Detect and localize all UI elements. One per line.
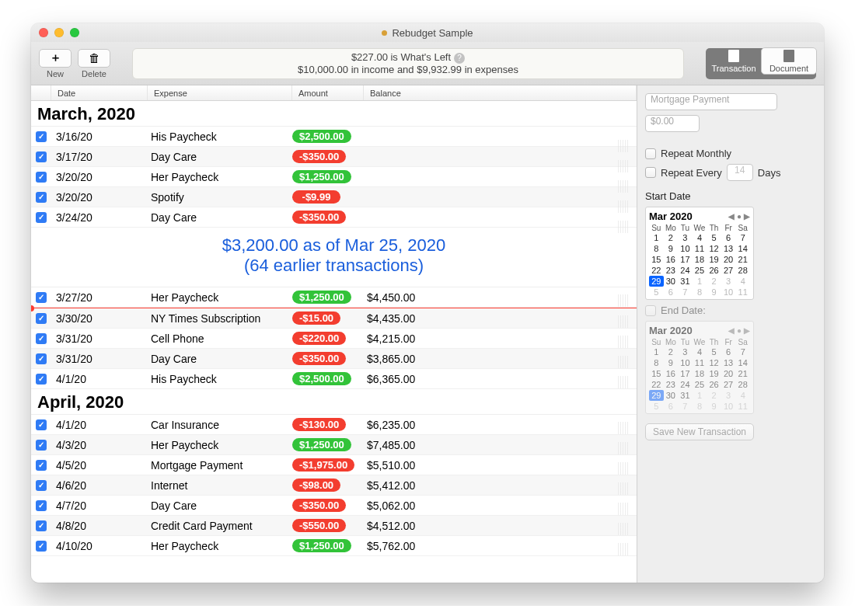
calendar-day[interactable]: 27 <box>721 379 736 390</box>
calendar-day[interactable]: 19 <box>707 368 721 379</box>
cal-prev-icon[interactable]: ◀ <box>728 212 735 221</box>
drag-handle-icon[interactable] <box>618 221 629 233</box>
calendar-day[interactable]: 1 <box>649 346 664 357</box>
calendar-day[interactable]: 9 <box>664 357 679 368</box>
cal-today-icon[interactable]: ● <box>737 326 742 335</box>
calendar-day[interactable]: 5 <box>649 401 664 412</box>
calendar-day[interactable]: 22 <box>649 379 664 390</box>
calendar-day[interactable]: 24 <box>678 265 693 276</box>
calendar-day[interactable]: 23 <box>664 379 679 390</box>
checkbox-icon[interactable] <box>36 541 47 552</box>
calendar-day[interactable]: 19 <box>707 254 721 265</box>
calendar-day[interactable]: 21 <box>735 368 750 379</box>
checkbox-icon[interactable] <box>36 313 47 324</box>
repeat-every-row[interactable]: Repeat Every 14 Days <box>645 164 816 181</box>
calendar-day[interactable]: 4 <box>693 346 707 357</box>
calendar-day[interactable]: 4 <box>693 232 707 243</box>
table-row[interactable]: 3/16/20His Paycheck$2,500.00 <box>31 127 637 147</box>
amount-input[interactable]: $0.00 <box>645 115 700 132</box>
checkbox-icon[interactable] <box>36 374 47 385</box>
checkbox-icon[interactable] <box>36 480 47 491</box>
drag-handle-icon[interactable] <box>618 543 629 555</box>
table-row[interactable]: 3/17/20Day Care-$350.00 <box>31 147 637 167</box>
repeat-monthly-row[interactable]: Repeat Monthly <box>645 148 816 159</box>
checkbox-icon[interactable] <box>36 460 47 471</box>
checkbox-icon[interactable] <box>36 172 47 183</box>
table-row[interactable]: 3/31/20Day Care-$350.00$3,865.00 <box>31 349 637 369</box>
calendar-day[interactable]: 1 <box>693 390 707 401</box>
calendar-day[interactable]: 20 <box>721 254 736 265</box>
cal-next-icon[interactable]: ▶ <box>744 212 750 221</box>
help-icon[interactable]: ? <box>454 53 465 64</box>
drag-handle-icon[interactable] <box>618 315 629 328</box>
checkbox-icon[interactable] <box>36 440 47 451</box>
table-row[interactable]: 3/20/20Her Paycheck$1,250.00 <box>31 167 637 187</box>
list-body[interactable]: March, 2020 3/16/20His Paycheck$2,500.00… <box>31 101 637 583</box>
calendar-day[interactable]: 9 <box>707 401 721 412</box>
calendar-day[interactable]: 9 <box>707 287 721 298</box>
repeat-days-input[interactable]: 14 <box>727 164 753 181</box>
calendar-day[interactable]: 2 <box>664 232 679 243</box>
calendar-day[interactable]: 8 <box>649 243 664 254</box>
calendar-day[interactable]: 3 <box>721 276 736 287</box>
calendar-day[interactable]: 7 <box>678 287 693 298</box>
checkbox-icon[interactable] <box>645 167 656 178</box>
table-row[interactable]: 4/1/20His Paycheck$2,500.00$6,365.00 <box>31 369 637 389</box>
checkbox-icon[interactable] <box>36 353 47 364</box>
drag-handle-icon[interactable] <box>618 140 629 152</box>
calendar-day[interactable]: 3 <box>678 232 693 243</box>
cal-next-icon[interactable]: ▶ <box>744 326 750 335</box>
calendar-day[interactable]: 15 <box>649 368 664 379</box>
header-date[interactable]: Date <box>51 85 148 100</box>
calendar-day[interactable]: 6 <box>664 401 679 412</box>
cal-prev-icon[interactable]: ◀ <box>728 326 735 335</box>
drag-handle-icon[interactable] <box>618 376 629 388</box>
table-row[interactable]: 4/5/20Mortgage Payment-$1,975.00$5,510.0… <box>31 455 637 475</box>
calendar-day[interactable]: 14 <box>735 243 750 254</box>
checkbox-icon[interactable] <box>36 520 47 531</box>
calendar-day[interactable]: 2 <box>707 390 721 401</box>
drag-handle-icon[interactable] <box>618 422 629 434</box>
table-row[interactable]: 4/1/20Car Insurance-$130.00$6,235.00 <box>31 415 637 435</box>
table-row[interactable]: 4/6/20Internet-$98.00$5,412.00 <box>31 475 637 496</box>
name-input[interactable]: Mortgage Payment <box>645 93 777 110</box>
calendar-day[interactable]: 8 <box>693 401 707 412</box>
drag-handle-icon[interactable] <box>618 200 629 213</box>
calendar-day[interactable]: 6 <box>721 232 736 243</box>
tab-document[interactable]: Document <box>761 47 817 75</box>
table-row[interactable]: 4/10/20Her Paycheck$1,250.00$5,762.00 <box>31 536 637 556</box>
calendar-day[interactable]: 2 <box>664 346 679 357</box>
calendar-day[interactable]: 5 <box>649 287 664 298</box>
calendar-day[interactable]: 9 <box>664 243 679 254</box>
calendar-day[interactable]: 25 <box>693 265 707 276</box>
calendar-day[interactable]: 10 <box>678 243 693 254</box>
checkbox-icon[interactable] <box>36 333 47 344</box>
calendar-day[interactable]: 6 <box>721 346 736 357</box>
drag-handle-icon[interactable] <box>618 294 629 307</box>
calendar-day[interactable]: 6 <box>664 287 679 298</box>
calendar-day[interactable]: 5 <box>707 232 721 243</box>
delete-button[interactable]: 🗑 Delete <box>78 49 110 78</box>
calendar-day[interactable]: 3 <box>678 346 693 357</box>
checkbox-icon[interactable] <box>645 305 656 316</box>
table-row[interactable]: 4/3/20Her Paycheck$1,250.00$7,485.00 <box>31 435 637 455</box>
calendar-day[interactable]: 13 <box>721 357 736 368</box>
calendar-day[interactable]: 11 <box>693 243 707 254</box>
calendar-day[interactable]: 11 <box>735 401 750 412</box>
drag-handle-icon[interactable] <box>618 160 629 172</box>
calendar-day[interactable]: 10 <box>721 287 736 298</box>
calendar-day[interactable]: 10 <box>678 357 693 368</box>
calendar-day[interactable]: 12 <box>707 243 721 254</box>
checkbox-icon[interactable] <box>36 212 47 223</box>
calendar-day[interactable]: 11 <box>735 287 750 298</box>
calendar-day[interactable]: 18 <box>693 254 707 265</box>
calendar-day[interactable]: 17 <box>678 254 693 265</box>
calendar-day[interactable]: 1 <box>649 232 664 243</box>
calendar-day[interactable]: 30 <box>664 276 679 287</box>
calendar-day[interactable]: 11 <box>693 357 707 368</box>
start-date-calendar[interactable]: Mar 2020◀●▶SuMoTuWeThFrSa123456789101112… <box>645 207 754 300</box>
calendar-day[interactable]: 28 <box>735 265 750 276</box>
calendar-day[interactable]: 7 <box>678 401 693 412</box>
drag-handle-icon[interactable] <box>618 462 629 475</box>
calendar-day[interactable]: 8 <box>693 287 707 298</box>
